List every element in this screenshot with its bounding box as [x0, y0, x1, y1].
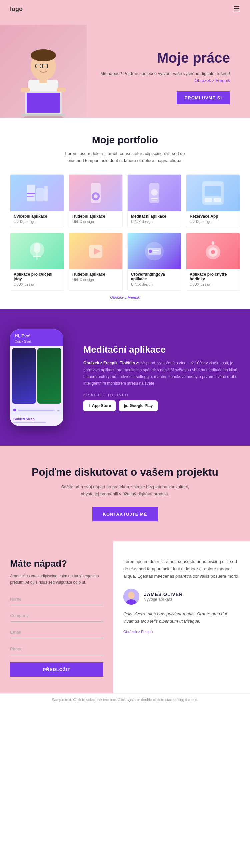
- portfolio-credit: Obrázky z Freepik: [10, 296, 240, 300]
- contact-info-side: Lorem ipsum dolor sit amet, consectetur …: [113, 541, 250, 693]
- portfolio-card-4[interactable]: Rezervace App UI/UX design: [186, 174, 240, 228]
- portfolio-card-8[interactable]: Aplikace pro chytré hodinky UI/UX design: [186, 232, 240, 291]
- svg-rect-15: [36, 188, 44, 201]
- portfolio-card-name-8: Aplikace pro chytré hodinky: [190, 272, 236, 281]
- googleplay-button[interactable]: ▶ Google Play: [119, 400, 157, 411]
- testimonial-author: JAMES OLIVER Vývojář aplikací: [123, 589, 240, 604]
- portfolio-card-type-1: UI/UX design: [14, 220, 60, 224]
- footer: Sample text. Click to select the text bo…: [0, 693, 250, 706]
- hero-cta-button[interactable]: PROMLUVME SI: [177, 92, 230, 104]
- portfolio-card-7[interactable]: Crowdfundingová aplikace UI/UX design: [127, 232, 181, 291]
- get-now-label: ZÍSKEJTE TO HNED: [83, 393, 240, 397]
- svg-rect-10: [27, 93, 60, 113]
- email-input[interactable]: [10, 626, 103, 639]
- contact-form-side: Máte nápad? Amet tellus cras adipiscing …: [0, 541, 113, 693]
- portfolio-card-6[interactable]: Hudební aplikace UI/UX design: [69, 232, 123, 291]
- portfolio-card-1[interactable]: Cvičební aplikace UI/UX design: [10, 174, 64, 228]
- svg-rect-16: [44, 186, 48, 201]
- portfolio-card-type-5: UI/UX design: [14, 282, 60, 286]
- appstore-button[interactable]:  App Store: [83, 400, 116, 411]
- portfolio-card-type-6: UI/UX design: [72, 278, 119, 282]
- submit-button[interactable]: PŘEDLOŽIT: [10, 662, 103, 677]
- store-buttons:  App Store ▶ Google Play: [83, 400, 240, 411]
- meditation-title: Meditační aplikace: [83, 344, 240, 355]
- testimonial-credit: Obrázek z Freepik: [123, 630, 240, 634]
- svg-rect-40: [153, 252, 157, 253]
- portfolio-card-name-2: Hudební aplikace: [72, 214, 119, 219]
- discuss-section: Pojďme diskutovat o vašem projektu Sdělt…: [0, 446, 250, 541]
- contact-section: Máte nápad? Amet tellus cras adipiscing …: [0, 541, 250, 693]
- portfolio-card-img-7: [128, 233, 181, 270]
- contact-form: PŘEDLOŽIT: [10, 593, 103, 677]
- portfolio-grid-row2: Aplikace pro cvičení jógy UI/UX design H…: [10, 232, 240, 291]
- apple-icon: : [88, 403, 90, 408]
- portfolio-card-name-4: Rezervace App: [190, 214, 236, 219]
- phone-input[interactable]: [10, 643, 103, 655]
- portfolio-grid: Cvičební aplikace UI/UX design Hudební a…: [10, 174, 240, 228]
- author-avatar: [123, 589, 139, 604]
- portfolio-card-img-8: [186, 233, 240, 270]
- portfolio-card-type-2: UI/UX design: [72, 220, 119, 224]
- hero-freepik-link[interactable]: Obrázek z Freepik: [195, 78, 230, 83]
- portfolio-card-type-7: UI/UX design: [131, 282, 178, 286]
- portfolio-card-name-7: Crowdfundingová aplikace: [131, 272, 178, 281]
- svg-rect-29: [214, 198, 221, 202]
- header: logo ☰: [0, 0, 250, 18]
- svg-point-5: [31, 49, 56, 61]
- portfolio-description: Lorem ipsum dolor sit amet, consectetur …: [58, 150, 192, 164]
- portfolio-section: Moje portfolio Lorem ipsum dolor sit ame…: [0, 118, 250, 309]
- svg-rect-44: [212, 241, 214, 245]
- portfolio-card-type-3: UI/UX design: [131, 220, 178, 224]
- meditation-description: Obrázek z Freepik. Tłočítka z: Nispand, …: [83, 360, 240, 387]
- company-input[interactable]: [10, 610, 103, 622]
- contact-button[interactable]: KONTAKTUJTE MĚ: [92, 507, 158, 521]
- svg-point-46: [128, 592, 135, 599]
- portfolio-card-img-1: [10, 175, 64, 211]
- portfolio-card-5[interactable]: Aplikace pro cvičení jógy UI/UX design: [10, 232, 64, 291]
- phone-greeting: Hi, Eve!: [15, 333, 59, 338]
- contact-form-description: Amet tellus cras adipiscing enim eu turp…: [10, 573, 103, 586]
- meditation-section: Hi, Eve! Quick Start → Guided Sleep Medi…: [0, 309, 250, 446]
- portfolio-card-img-3: [128, 175, 181, 211]
- portfolio-freepik-link[interactable]: Obrázky z Freepik: [110, 296, 140, 300]
- hero-section: Moje práce Mít nápad? Pojďme společně vy…: [0, 18, 250, 118]
- portfolio-card-2[interactable]: Hudební aplikace UI/UX design: [69, 174, 123, 228]
- portfolio-card-img-4: [186, 175, 240, 211]
- discuss-description: Sdělte nám svůj nápad na projekt a získe…: [55, 484, 195, 498]
- svg-rect-31: [34, 243, 40, 253]
- portfolio-card-img-5: [10, 233, 64, 270]
- author-role: Vývojář aplikací: [144, 597, 183, 601]
- discuss-title: Pojďme diskutovat o vašem projektu: [10, 466, 240, 478]
- footer-sample-text: Sample text. Click to select the text bo…: [52, 698, 198, 702]
- portfolio-card-type-4: UI/UX design: [190, 220, 236, 224]
- portfolio-card-3[interactable]: Meditační aplikace UI/UX design: [127, 174, 181, 228]
- meditation-content: Meditační aplikace Obrázek z Freepik. Tł…: [83, 344, 240, 411]
- svg-point-43: [211, 250, 215, 254]
- portfolio-card-name-6: Hudební aplikace: [72, 272, 119, 277]
- svg-rect-27: [205, 186, 221, 196]
- svg-rect-28: [205, 198, 212, 202]
- name-input[interactable]: [10, 593, 103, 605]
- svg-point-38: [149, 250, 152, 253]
- svg-rect-18: [27, 196, 34, 197]
- contact-form-title: Máte nápad?: [10, 558, 103, 569]
- testimonial-quote: Quis viverra nibh cras pulvinar mattis. …: [123, 611, 240, 625]
- meditation-phone-mockup: Hi, Eve! Quick Start → Guided Sleep: [10, 329, 70, 426]
- hamburger-menu-icon[interactable]: ☰: [233, 5, 240, 13]
- svg-rect-11: [22, 114, 65, 117]
- svg-rect-12: [21, 88, 30, 92]
- googleplay-icon: ▶: [124, 403, 128, 409]
- portfolio-card-type-8: UI/UX design: [190, 282, 236, 286]
- phone-screen: Hi, Eve! Quick Start → Guided Sleep: [10, 329, 63, 426]
- svg-rect-13: [57, 88, 66, 92]
- hero-description: Mít nápad? Pojďme společně vytvořit vaše…: [97, 70, 230, 84]
- author-name: JAMES OLIVER: [144, 592, 183, 597]
- svg-rect-24: [151, 198, 158, 199]
- testimonial-freepik-link[interactable]: Obrázek z Freepik: [123, 630, 153, 634]
- portfolio-card-name-5: Aplikace pro cvičení jógy: [14, 272, 60, 281]
- logo: logo: [10, 6, 23, 13]
- portfolio-title: Moje portfolio: [10, 134, 240, 146]
- portfolio-card-img-6: [69, 233, 122, 270]
- hero-title: Moje práce: [97, 50, 230, 66]
- svg-rect-39: [153, 250, 159, 251]
